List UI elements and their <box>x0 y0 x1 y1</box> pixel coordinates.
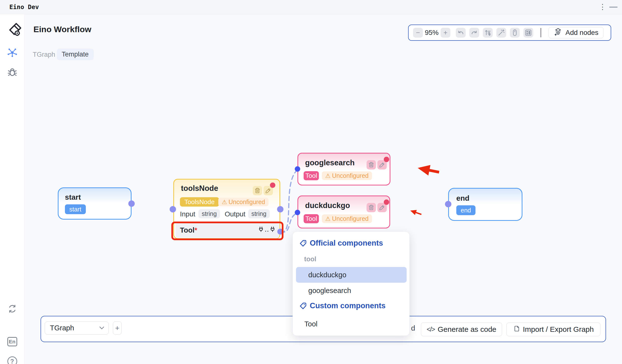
left-sidebar: En ? <box>0 14 25 364</box>
port-toolsnode-output[interactable] <box>277 206 283 212</box>
zoom-level: 95% <box>423 29 441 36</box>
output-label: Output <box>225 210 245 218</box>
input-label: Input <box>180 210 195 218</box>
zoom-out-button[interactable]: − <box>413 28 423 37</box>
node-end[interactable]: end end <box>448 188 523 221</box>
node-type-badge: Tool <box>304 214 319 223</box>
annotation-arrow-googlesearch <box>420 168 439 172</box>
add-nodes-label: Add nodes <box>565 29 598 36</box>
edge-tools-to-duckduckgo <box>280 213 297 232</box>
node-googlesearch-title: googlesearch <box>305 158 355 167</box>
components-dropdown: Official components tool duckduckgo goog… <box>292 232 409 336</box>
port-googlesearch-input[interactable] <box>295 166 300 172</box>
auto-layout-icon[interactable] <box>483 28 493 37</box>
tag-icon <box>299 302 307 310</box>
mouse-mode-icon[interactable] <box>510 28 520 37</box>
dropdown-item-tool[interactable]: Tool <box>296 317 407 331</box>
sync-refresh-icon[interactable] <box>7 304 18 315</box>
graph-select[interactable]: TGraph <box>45 322 109 334</box>
tab-template[interactable]: Template <box>57 49 94 60</box>
port-toolsnode-input[interactable] <box>170 206 176 212</box>
tool-field-label: Tool* <box>180 226 197 234</box>
unsaved-indicator-dot <box>270 182 275 188</box>
node-duckduckgo-title: duckduckgo <box>305 201 350 210</box>
unsaved-indicator-dot <box>384 157 389 162</box>
workflow-editor: Eino Dev ⋮ <box>0 0 622 364</box>
graph-select-value: TGraph <box>50 322 74 334</box>
node-end-title: end <box>456 194 469 202</box>
toolbar-divider <box>541 28 541 37</box>
kebab-menu-icon[interactable]: ⋮ <box>599 0 606 14</box>
official-components-heading: Official components <box>299 239 383 248</box>
workflow-graph-icon[interactable] <box>7 47 18 59</box>
plug-icons: ‥ <box>258 226 276 233</box>
node-type-badge: ToolsNode <box>180 197 219 207</box>
page-title: Eino Workflow <box>33 25 91 34</box>
node-start[interactable]: start start <box>58 187 132 219</box>
debug-bug-icon[interactable] <box>7 67 18 78</box>
canvas-toolbar: − 95% + <box>408 25 611 41</box>
plug-icon <box>269 226 276 233</box>
warning-icon: ⚠ <box>222 199 227 206</box>
required-star: * <box>194 226 197 234</box>
status-badge: ⚠ Unconfigured <box>322 214 372 223</box>
add-nodes-button[interactable]: Add nodes <box>548 27 603 38</box>
redo-icon[interactable] <box>469 28 479 37</box>
help-icon[interactable]: ? <box>7 356 17 364</box>
import-export-graph-button[interactable]: Import / Export Graph <box>506 323 600 336</box>
node-end-badge: end <box>456 205 475 215</box>
port-end-input[interactable] <box>445 201 451 207</box>
warning-icon: ⚠ <box>325 215 331 222</box>
code-icon: </> <box>427 326 435 333</box>
chevron-down-icon <box>99 326 104 331</box>
zoom-in-button[interactable]: + <box>441 28 450 37</box>
unsaved-indicator-dot <box>384 200 389 205</box>
status-badge: ⚠ Unconfigured <box>322 171 372 180</box>
node-start-title: start <box>65 193 81 201</box>
port-start-output[interactable] <box>128 200 135 207</box>
node-toolsnode[interactable]: toolsNode ToolsNode ⚠ Unconfigured Input… <box>173 179 280 239</box>
dropdown-item-googlesearch[interactable]: googlesearch <box>296 283 407 298</box>
tool-field-row[interactable]: Tool* ‥ <box>175 223 279 238</box>
node-type-badge: Tool <box>304 171 319 180</box>
undo-icon[interactable] <box>456 28 466 37</box>
node-googlesearch[interactable]: googlesearch Tool ⚠ Unconfigured <box>297 153 390 185</box>
component-group-label: tool <box>304 255 316 263</box>
custom-components-heading: Custom components <box>299 301 386 310</box>
node-toolsnode-title: toolsNode <box>181 184 218 193</box>
tag-icon <box>299 239 307 247</box>
delete-node-button[interactable] <box>253 186 262 195</box>
dropdown-item-duckduckgo[interactable]: duckduckgo <box>296 267 407 283</box>
output-type-pill: string <box>248 209 270 218</box>
generate-as-code-button[interactable]: </> Generate as code <box>421 323 502 336</box>
magic-wand-icon[interactable] <box>496 28 506 37</box>
partially-hidden-text: d <box>411 322 415 334</box>
plug-icon <box>258 226 264 233</box>
tab-tgraph[interactable]: TGraph <box>33 51 55 58</box>
document-icon <box>513 325 520 334</box>
minimap-layout-icon[interactable] <box>524 28 533 37</box>
node-start-badge: start <box>65 204 86 214</box>
port-duckduckgo-input[interactable] <box>295 210 300 215</box>
annotation-arrow-duckduckgo <box>411 211 421 214</box>
port-tool-field[interactable] <box>277 229 283 235</box>
plug-dots: ‥ <box>265 226 269 233</box>
delete-node-button[interactable] <box>367 160 376 169</box>
node-duckduckgo[interactable]: duckduckgo Tool ⚠ Unconfigured <box>297 196 390 228</box>
delete-node-button[interactable] <box>367 203 376 212</box>
add-graph-button[interactable]: + <box>113 322 122 334</box>
window-title-bar: Eino Dev ⋮ <box>0 0 622 14</box>
edge-tools-to-googlesearch <box>280 170 297 232</box>
input-type-pill: string <box>198 209 220 218</box>
layers-plus-icon <box>554 28 563 38</box>
app-title: Eino Dev <box>9 0 39 14</box>
status-badge: ⚠ Unconfigured <box>218 198 269 206</box>
minimize-icon[interactable] <box>609 7 618 8</box>
eino-logo-icon <box>7 23 23 39</box>
language-icon[interactable]: En <box>7 337 17 346</box>
warning-icon: ⚠ <box>325 172 331 179</box>
